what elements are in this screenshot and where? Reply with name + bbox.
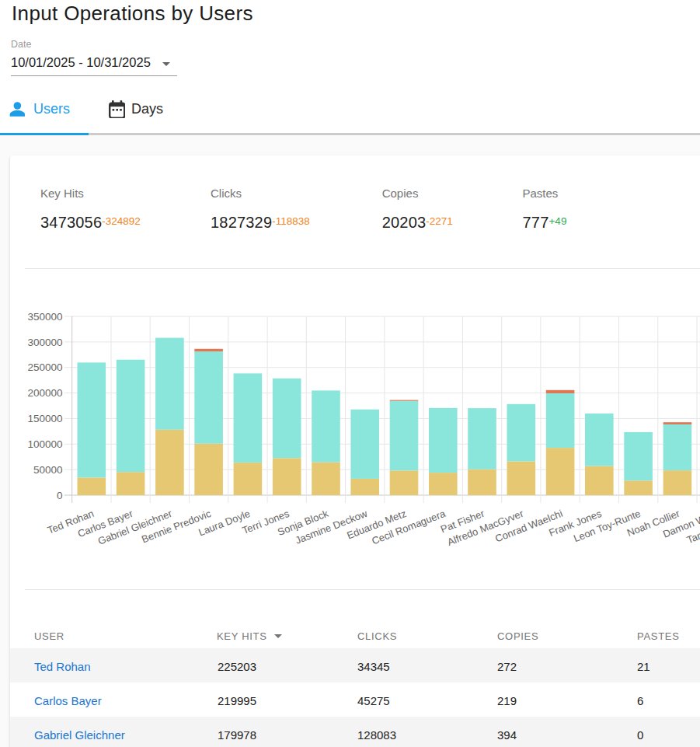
svg-text:300000: 300000 xyxy=(27,337,62,348)
svg-text:50000: 50000 xyxy=(33,464,63,476)
svg-text:350000: 350000 xyxy=(27,311,62,323)
svg-text:100000: 100000 xyxy=(27,438,62,450)
svg-text:200000: 200000 xyxy=(27,387,62,399)
svg-text:150000: 150000 xyxy=(27,413,62,424)
svg-text:0: 0 xyxy=(57,490,63,501)
svg-text:250000: 250000 xyxy=(27,361,62,373)
